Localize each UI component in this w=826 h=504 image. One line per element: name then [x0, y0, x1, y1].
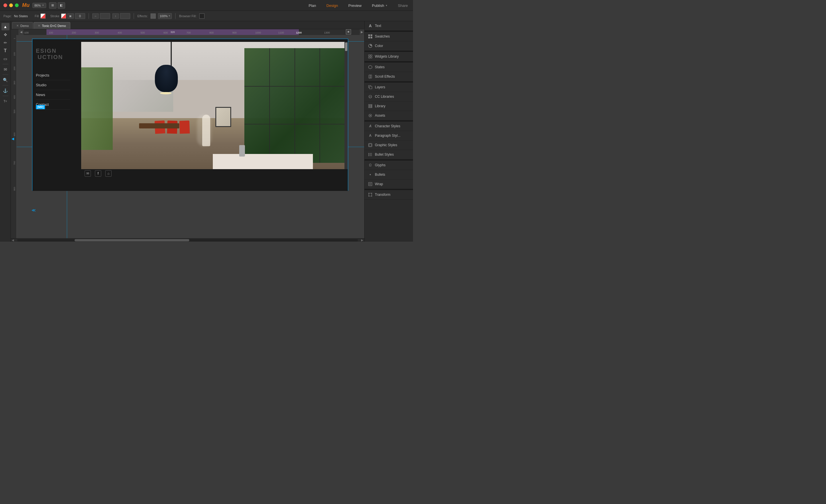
faucet	[239, 145, 245, 156]
scrollbar-left-arrow[interactable]: ◀	[11, 239, 15, 242]
social-email[interactable]: ✉	[84, 170, 91, 177]
rp-cc-libraries[interactable]: CC Libraries	[364, 92, 413, 102]
rp-swatches[interactable]: Swatches	[364, 32, 413, 41]
width-input[interactable]	[100, 13, 110, 19]
ruler-tick-5: 500	[140, 31, 145, 34]
email-tool[interactable]: ✉	[1, 66, 9, 73]
social-facebook[interactable]: f	[95, 170, 101, 177]
stroke-value-input[interactable]	[75, 13, 85, 19]
pen-tool[interactable]: ✏	[1, 39, 9, 47]
rectangle-tool[interactable]: ▭	[1, 55, 9, 63]
rp-bullet-styles[interactable]: Bullet Styles	[364, 150, 413, 160]
social-instagram[interactable]: ⌂	[105, 170, 112, 177]
scrollbar-right-arrow[interactable]: ▶	[360, 239, 364, 242]
zoom-control[interactable]: 86% ▼	[33, 3, 46, 8]
ruler-h: ◀ 320 -100 100 200 300 400 500 600 700 8…	[11, 29, 364, 35]
painting-content	[216, 108, 230, 126]
ruler-right-indicator: ▣	[347, 30, 350, 33]
ruler-track: 320 -100 100 200 300 400 500 600 700 800…	[23, 29, 360, 35]
rp-paragraph-styles[interactable]: A Paragraph Styl...	[364, 131, 413, 140]
anchor-tool[interactable]: ⚓	[1, 87, 9, 94]
rp-text[interactable]: A Text	[364, 21, 413, 31]
rp-layers[interactable]: Layers	[364, 82, 413, 92]
nav-preview[interactable]: Preview	[343, 0, 366, 11]
traffic-lights	[3, 3, 19, 7]
tab-demo[interactable]: ✕ Demo	[12, 22, 33, 29]
fill-swatch[interactable]	[41, 13, 46, 19]
ruler-scroll-right[interactable]: ▶	[360, 29, 364, 35]
effects-dropdown[interactable]: ▼	[168, 15, 171, 17]
maximize-button[interactable]	[15, 3, 19, 7]
scrollbar-thumb[interactable]	[74, 239, 189, 241]
rp-glyphs[interactable]: Ω Glyphs	[364, 161, 413, 170]
zoom-dropdown-arrow[interactable]: ▼	[42, 4, 44, 7]
svg-marker-9	[368, 65, 372, 69]
collapse-left-arrow[interactable]: ◀	[11, 137, 14, 141]
svg-point-25	[368, 153, 369, 154]
select-tool[interactable]: ▲	[1, 23, 9, 30]
svg-rect-16	[370, 104, 371, 108]
ruler-tick-13: 1300	[324, 31, 330, 34]
publish-dropdown-icon: ▼	[385, 4, 388, 7]
move-tool[interactable]: ✥	[1, 31, 9, 39]
layers-icon	[368, 85, 372, 89]
assets-icon	[368, 113, 372, 118]
tab-demo-close[interactable]: ✕	[16, 24, 19, 27]
nav-news[interactable]: News	[36, 90, 70, 100]
text-tool[interactable]: T	[1, 47, 9, 55]
dark-bar-top	[81, 39, 348, 42]
toolbar-sep-3	[175, 13, 176, 19]
effects-percent[interactable]: 100% ▼	[158, 13, 172, 19]
tool-sep-4	[3, 96, 8, 96]
effects-swatch[interactable]	[151, 13, 156, 19]
nav-projects[interactable]: Projects	[36, 70, 70, 80]
layout-icon-btn[interactable]: ⊞	[49, 2, 57, 9]
nav-studio[interactable]: Studio	[36, 80, 70, 90]
collapse-bottom-arrows[interactable]: ≪	[32, 208, 36, 212]
bullet-styles-icon	[368, 152, 372, 157]
rp-character-styles-label: Character Styles	[375, 124, 400, 128]
rp-transform[interactable]: Transform	[364, 190, 413, 199]
nav-publish[interactable]: Publish ▼	[367, 0, 393, 11]
ruler-tick-4: 400	[118, 31, 122, 34]
text-panel-icon: A	[368, 23, 372, 28]
rp-assets[interactable]: Assets	[364, 111, 413, 120]
close-button[interactable]	[3, 3, 7, 7]
zoom-tool[interactable]: 🔍	[1, 76, 9, 84]
view-icon-btn[interactable]: ◧	[58, 2, 65, 9]
painting	[216, 107, 231, 127]
nav-share[interactable]: Share	[393, 0, 413, 11]
ruler-scroll-left[interactable]: ◀	[19, 29, 23, 35]
nav-design[interactable]: Design	[321, 0, 343, 11]
window-frames	[244, 48, 345, 163]
stroke-swatch[interactable]	[61, 13, 66, 19]
image-scroll-thumb[interactable]	[345, 43, 347, 51]
rp-states[interactable]: States	[364, 63, 413, 72]
rp-bullets[interactable]: • Bullets	[364, 170, 413, 180]
rp-wrap[interactable]: Wrap	[364, 180, 413, 189]
browser-fill-swatch[interactable]	[199, 13, 204, 19]
text-frame-tool[interactable]: T=	[1, 98, 9, 105]
color-icon	[368, 44, 372, 48]
rp-scroll-effects[interactable]: Scroll Effects	[364, 72, 413, 81]
scrollbar-track[interactable]	[17, 239, 358, 241]
rp-graphic-styles[interactable]: Graphic Styles	[364, 140, 413, 150]
minimize-button[interactable]	[9, 3, 13, 7]
height-input[interactable]	[120, 13, 130, 19]
dark-bar-bottom: ✉ f ⌂	[81, 169, 348, 178]
nav-plan[interactable]: Plan	[303, 0, 321, 11]
rp-color[interactable]: Color	[364, 41, 413, 51]
rp-library[interactable]: Library	[364, 102, 413, 111]
tab-tonic-close[interactable]: ✕	[38, 24, 40, 27]
svg-rect-13	[369, 86, 372, 89]
svg-point-26	[368, 154, 369, 155]
svg-point-36	[371, 196, 372, 197]
tab-tonic[interactable]: ✕ Tonic D+C Demo	[34, 22, 70, 29]
rp-widgets-library[interactable]: Widgets Library	[364, 52, 413, 61]
tool-sep-3	[3, 85, 8, 85]
svg-point-27	[368, 155, 369, 156]
main-image-area[interactable]	[81, 42, 348, 169]
canvas-scroll[interactable]: ESIGN UCTION Projects Studio News Contac…	[17, 35, 364, 238]
rp-character-styles[interactable]: A Character Styles	[364, 122, 413, 131]
page-states-value: No States	[14, 14, 28, 18]
